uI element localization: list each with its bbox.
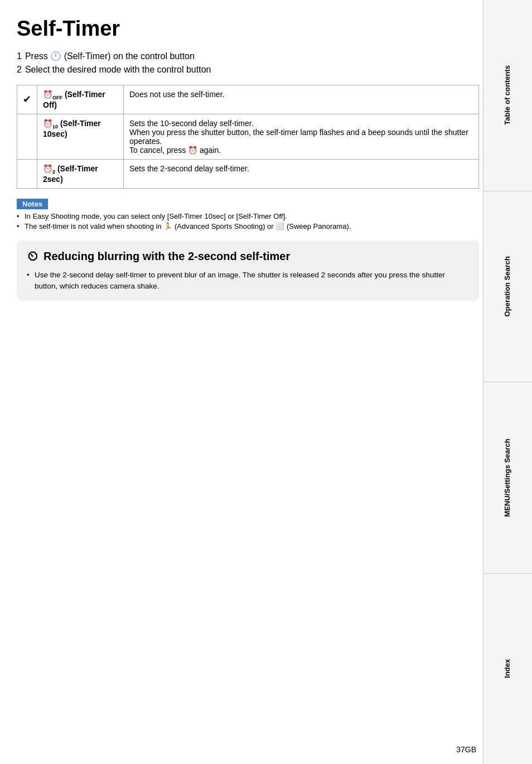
- tip-title: ⏲︎ Reducing blurring with the 2-second s…: [27, 249, 469, 264]
- sidebar-item-index-label: Index: [503, 659, 512, 678]
- desc-cell: Does not use the self-timer.: [124, 85, 479, 114]
- sidebar: Table of contents Operation Search MENU/…: [483, 0, 532, 764]
- table-row: ⏰10 (Self-Timer 10sec) Sets the 10-secon…: [17, 114, 479, 159]
- sidebar-item-operation[interactable]: Operation Search: [483, 191, 532, 383]
- desc-cell: Sets the 2-second delay self-timer.: [124, 159, 479, 188]
- tip-item: Use the 2-second delay self-timer to pre…: [27, 270, 469, 292]
- step-1: 1 Press 🕛 (Self-Timer) on the control bu…: [17, 51, 479, 61]
- sidebar-item-toc-label: Table of contents: [503, 65, 512, 125]
- sidebar-item-index[interactable]: Index: [483, 574, 532, 765]
- desc-cell: Sets the 10-second delay self-timer. Whe…: [124, 114, 479, 159]
- tip-box: ⏲︎ Reducing blurring with the 2-second s…: [17, 241, 479, 301]
- sidebar-item-operation-label: Operation Search: [503, 256, 512, 316]
- mode-cell: ⏰OFF (Self-Timer Off): [37, 85, 124, 114]
- main-content: Self-Timer 1 Press 🕛 (Self-Timer) on the…: [17, 0, 479, 333]
- notes-label: Notes: [17, 199, 48, 209]
- check-cell: [17, 159, 37, 188]
- table-row: ⏰2 (Self-Timer 2sec) Sets the 2-second d…: [17, 159, 479, 188]
- mode-cell: ⏰2 (Self-Timer 2sec): [37, 159, 124, 188]
- notes-item-2: The self-timer is not valid when shootin…: [17, 222, 479, 230]
- page-number: 37GB: [456, 745, 476, 754]
- tip-content: Use the 2-second delay self-timer to pre…: [27, 270, 469, 292]
- step-2: 2 Select the desired mode with the contr…: [17, 65, 479, 75]
- steps-section: 1 Press 🕛 (Self-Timer) on the control bu…: [17, 51, 479, 75]
- sidebar-item-toc[interactable]: Table of contents: [483, 0, 532, 191]
- page-title: Self-Timer: [17, 17, 479, 41]
- check-cell: ✔: [17, 85, 37, 114]
- mode-table: ✔ ⏰OFF (Self-Timer Off) Does not use the…: [17, 85, 479, 189]
- notes-list: In Easy Shooting mode, you can select on…: [17, 212, 479, 230]
- notes-section: Notes In Easy Shooting mode, you can sel…: [17, 199, 479, 230]
- notes-item-1: In Easy Shooting mode, you can select on…: [17, 212, 479, 220]
- table-row: ✔ ⏰OFF (Self-Timer Off) Does not use the…: [17, 85, 479, 114]
- tip-icon: ⏲︎: [27, 249, 39, 264]
- check-cell: [17, 114, 37, 159]
- mode-cell: ⏰10 (Self-Timer 10sec): [37, 114, 124, 159]
- sidebar-item-menu[interactable]: MENU/Settings Search: [483, 382, 532, 574]
- sidebar-item-menu-label: MENU/Settings Search: [503, 439, 512, 517]
